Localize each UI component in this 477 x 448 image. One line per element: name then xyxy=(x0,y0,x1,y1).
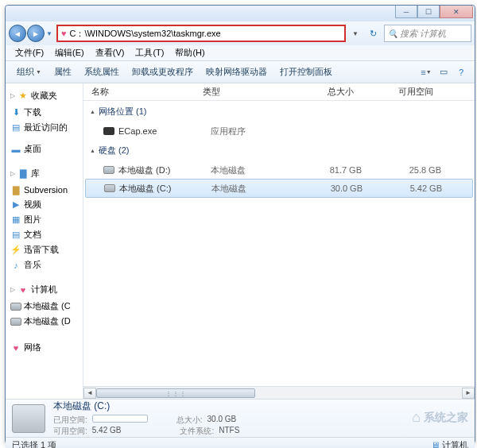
sidebar-item-subversion[interactable]: ▇Subversion xyxy=(6,183,83,197)
drive-large-icon xyxy=(12,404,45,433)
sidebar-item-thunder[interactable]: ⚡迅雷下载 xyxy=(6,242,83,257)
detail-title: 本地磁盘 (C:) xyxy=(53,400,468,413)
sidebar-network-header[interactable]: ♥网络 xyxy=(6,338,83,357)
list-item-selected[interactable]: 本地磁盘 (C:) 本地磁盘 30.0 GB 5.42 GB xyxy=(85,179,473,198)
music-icon: ♪ xyxy=(10,260,21,271)
address-text: C：\WINDOWS\system32\taskmgr.exe xyxy=(70,28,341,40)
close-button[interactable]: ✕ xyxy=(440,6,473,18)
statusbar: 已选择 1 项 🖥计算机 xyxy=(6,437,475,448)
heart-icon: ♥ xyxy=(17,284,29,295)
navbar: ◄ ► ▼ ♥ C：\WINDOWS\system32\taskmgr.exe … xyxy=(6,21,475,45)
free-value: 5.42 GB xyxy=(92,426,122,437)
video-icon: ▶ xyxy=(10,199,21,210)
camera-icon xyxy=(103,125,115,137)
menu-edit[interactable]: 编辑(E) xyxy=(50,45,89,60)
menubar: 文件(F) 编辑(E) 查看(V) 工具(T) 帮助(H) xyxy=(6,45,475,61)
horizontal-scrollbar[interactable]: ◄ ⋮⋮⋮ ► xyxy=(83,386,475,399)
sidebar-item-desktop[interactable]: ▬桌面 xyxy=(6,141,83,156)
sidebar-item-drive-d[interactable]: 本地磁盘 (D xyxy=(6,314,83,329)
forward-button[interactable]: ► xyxy=(27,25,45,42)
tool-uninstall[interactable]: 卸载或更改程序 xyxy=(127,64,198,80)
section-drives[interactable]: ▲硬盘 (2) xyxy=(83,140,475,161)
menu-help[interactable]: 帮助(H) xyxy=(170,45,209,60)
sidebar-item-videos[interactable]: ▶视频 xyxy=(6,197,83,212)
details-pane: 本地磁盘 (C:) 已用空间: 总大小: 30.0 GB 可用空间: 5.42 … xyxy=(6,399,475,437)
recent-icon: ▤ xyxy=(10,122,21,133)
col-type[interactable]: 类型 xyxy=(203,86,298,98)
maximize-button[interactable]: ☐ xyxy=(417,6,440,18)
watermark: ⌂ 系统之家 xyxy=(412,409,468,426)
tool-control-panel[interactable]: 打开控制面板 xyxy=(275,64,337,80)
sidebar-item-music[interactable]: ♪音乐 xyxy=(6,257,83,272)
document-icon: ▤ xyxy=(10,230,21,241)
toolbar: 组织▼ 属性 系统属性 卸载或更改程序 映射网络驱动器 打开控制面板 ≡▼ ▭ … xyxy=(6,61,475,83)
tool-organize[interactable]: 组织▼ xyxy=(12,64,46,80)
thunder-icon: ⚡ xyxy=(10,245,21,256)
house-icon: ⌂ xyxy=(412,409,421,426)
heart-icon: ♥ xyxy=(61,29,67,38)
list-item[interactable]: 本地磁盘 (D:) 本地磁盘 81.7 GB 25.8 GB xyxy=(83,161,475,179)
menu-file[interactable]: 文件(F) xyxy=(10,45,48,60)
heart-icon: ♥ xyxy=(10,342,21,353)
minimize-button[interactable]: ─ xyxy=(395,6,417,18)
menu-view[interactable]: 查看(V) xyxy=(91,45,130,60)
sidebar-item-downloads[interactable]: ⬇下载 xyxy=(6,105,83,120)
titlebar[interactable]: ─ ☐ ✕ xyxy=(6,6,475,21)
sidebar-favorites-header[interactable]: ▷★收藏夹 xyxy=(6,87,83,105)
content-pane: 名称 类型 总大小 可用空间 ▲网络位置 (1) ECap.exe 应用程序 ▲… xyxy=(83,83,475,399)
scroll-left-button[interactable]: ◄ xyxy=(83,388,96,399)
address-dropdown[interactable]: ▼ xyxy=(349,30,362,37)
scroll-track[interactable]: ⋮⋮⋮ xyxy=(96,388,462,399)
scroll-thumb[interactable]: ⋮⋮⋮ xyxy=(96,388,255,398)
back-button[interactable]: ◄ xyxy=(9,25,26,42)
used-label: 已用空间: xyxy=(53,415,87,426)
search-icon: 🔍 xyxy=(388,29,398,38)
sidebar-item-documents[interactable]: ▤文档 xyxy=(6,227,83,242)
sidebar-item-drive-c[interactable]: 本地磁盘 (C xyxy=(6,299,83,314)
refresh-button[interactable]: ↻ xyxy=(365,29,381,39)
col-name[interactable]: 名称 xyxy=(91,86,203,98)
library-icon: ▇ xyxy=(17,168,29,180)
menu-tools[interactable]: 工具(T) xyxy=(130,45,169,60)
section-network-location[interactable]: ▲网络位置 (1) xyxy=(83,101,475,122)
col-free[interactable]: 可用空间 xyxy=(370,86,433,98)
sidebar-computer-header[interactable]: ▷♥计算机 xyxy=(6,280,83,299)
drive-icon xyxy=(103,182,116,195)
col-total[interactable]: 总大小 xyxy=(298,86,370,98)
help-icon[interactable]: ? xyxy=(454,65,468,79)
status-selection: 已选择 1 项 xyxy=(12,439,56,448)
drive-icon xyxy=(10,301,21,312)
sidebar-item-recent[interactable]: ▤最近访问的 xyxy=(6,120,83,135)
search-placeholder: 搜索 计算机 xyxy=(400,28,446,40)
tool-properties[interactable]: 属性 xyxy=(49,64,76,80)
list-item[interactable]: ECap.exe 应用程序 xyxy=(83,122,475,140)
explorer-window: ─ ☐ ✕ ◄ ► ▼ ♥ C：\WINDOWS\system32\taskmg… xyxy=(5,5,475,444)
tool-map-drive[interactable]: 映射网络驱动器 xyxy=(201,64,272,80)
download-icon: ⬇ xyxy=(10,107,21,118)
nav-arrows: ◄ ► ▼ xyxy=(9,25,53,42)
search-input[interactable]: 🔍 搜索 计算机 xyxy=(384,25,471,42)
fs-label: 文件系统: xyxy=(180,426,214,437)
tool-system-properties[interactable]: 系统属性 xyxy=(80,64,124,80)
drive-icon xyxy=(103,164,115,176)
drive-icon xyxy=(10,316,21,327)
fs-value: NTFS xyxy=(219,426,239,437)
preview-pane-icon[interactable]: ▭ xyxy=(436,65,451,79)
free-label: 可用空间: xyxy=(53,426,87,437)
sidebar: ▷★收藏夹 ⬇下载 ▤最近访问的 ▬桌面 ▷▇库 ▇Subversion ▶视频… xyxy=(6,83,83,399)
address-bar[interactable]: ♥ C：\WINDOWS\system32\taskmgr.exe xyxy=(56,25,346,42)
status-location: 🖥计算机 xyxy=(431,439,468,448)
window-controls: ─ ☐ ✕ xyxy=(395,6,473,18)
total-value: 30.0 GB xyxy=(207,415,237,426)
total-label: 总大小: xyxy=(176,415,203,426)
column-headers: 名称 类型 总大小 可用空间 xyxy=(83,83,475,101)
sidebar-libraries-header[interactable]: ▷▇库 xyxy=(6,164,83,183)
desktop-icon: ▬ xyxy=(10,144,21,155)
usage-progress xyxy=(92,415,148,423)
sidebar-item-pictures[interactable]: ▦图片 xyxy=(6,212,83,227)
body-area: ▷★收藏夹 ⬇下载 ▤最近访问的 ▬桌面 ▷▇库 ▇Subversion ▶视频… xyxy=(6,83,475,399)
view-mode-icon[interactable]: ≡▼ xyxy=(419,65,433,79)
nav-history-dropdown[interactable]: ▼ xyxy=(45,25,53,42)
picture-icon: ▦ xyxy=(10,214,21,226)
scroll-right-button[interactable]: ► xyxy=(462,388,475,399)
